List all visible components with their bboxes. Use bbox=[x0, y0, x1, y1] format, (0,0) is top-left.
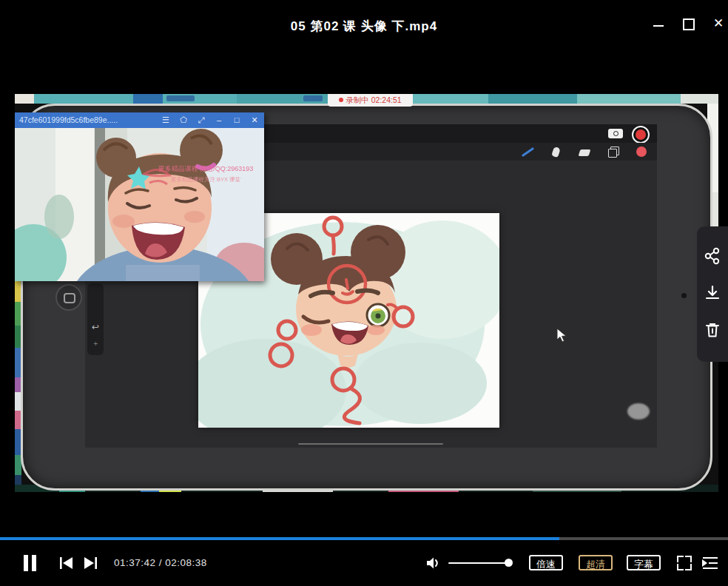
download-icon[interactable] bbox=[704, 284, 721, 302]
close-button[interactable]: ✕ bbox=[710, 16, 727, 31]
photo-watermark-line1: 更多精品课程 微信/QQ:2963193 bbox=[158, 165, 254, 172]
pause-button[interactable] bbox=[22, 555, 38, 571]
volume-handle[interactable] bbox=[505, 559, 513, 567]
minimize-button[interactable] bbox=[651, 16, 667, 31]
reference-window-title: 47cfe601999fd5c6fbe89e..... bbox=[19, 112, 118, 128]
ref-shape-icon[interactable]: ⬠ bbox=[175, 112, 192, 128]
stylus-cursor-blob bbox=[627, 403, 650, 420]
brush-tool-icon[interactable] bbox=[520, 146, 533, 158]
home-indicator bbox=[298, 443, 443, 445]
brush-size-slider[interactable]: ↩ ＋ bbox=[87, 283, 104, 355]
undo-icon[interactable]: ↩ bbox=[87, 322, 104, 332]
playlist-arrow-icon bbox=[701, 559, 708, 567]
maximize-button[interactable] bbox=[681, 16, 697, 31]
previous-button[interactable] bbox=[59, 556, 75, 570]
time-display: 01:37:42 / 02:08:38 bbox=[114, 557, 207, 568]
speed-button[interactable]: 倍速 bbox=[529, 555, 563, 570]
playlist-button[interactable] bbox=[701, 556, 718, 570]
trash-icon[interactable] bbox=[704, 321, 721, 339]
ref-maximize-icon[interactable]: □ bbox=[229, 112, 245, 128]
maximize-icon bbox=[683, 18, 695, 30]
mouse-cursor bbox=[556, 328, 567, 343]
photo-watermark-line2: 更多精品课程关注 BYX 课堂 bbox=[171, 176, 241, 183]
recording-dot-icon bbox=[339, 98, 343, 102]
tablet-home-button bbox=[55, 284, 82, 311]
recording-badge-label: 录制中 02:24:51 bbox=[346, 95, 401, 104]
desktop-blob bbox=[303, 95, 323, 101]
ref-menu-icon[interactable]: ☰ bbox=[158, 112, 174, 128]
ref-close-icon[interactable]: ✕ bbox=[246, 112, 263, 128]
eraser-tool-icon[interactable] bbox=[578, 146, 590, 158]
quality-button[interactable]: 超清 bbox=[579, 555, 613, 570]
video-player-window: 05 第02 课 头像 下.mp4 ✕ bbox=[0, 0, 728, 586]
smudge-tool-icon[interactable] bbox=[550, 146, 562, 158]
layers-icon[interactable] bbox=[607, 146, 620, 158]
reference-window-titlebar[interactable]: 47cfe601999fd5c6fbe89e..... ☰ ⬠ ⤢ – □ ✕ bbox=[15, 112, 264, 128]
color-swatch-icon[interactable] bbox=[636, 146, 648, 158]
seek-bar[interactable] bbox=[0, 537, 728, 540]
video-frame[interactable]: ↩ ＋ 录制中 02:24:51 47cfe601999fd5c6fbe89e.… bbox=[15, 94, 718, 492]
reference-photo-window[interactable]: 47cfe601999fd5c6fbe89e..... ☰ ⬠ ⤢ – □ ✕ bbox=[15, 112, 264, 281]
reference-photo: 更多精品课程 微信/QQ:2963193 更多精品课程关注 BYX 课堂 bbox=[15, 128, 264, 281]
share-icon[interactable] bbox=[704, 247, 721, 265]
fullscreen-button[interactable] bbox=[677, 556, 692, 570]
window-title: 05 第02 课 头像 下.mp4 bbox=[0, 18, 728, 35]
desktop-blob bbox=[166, 95, 195, 101]
recording-badge: 录制中 02:24:51 bbox=[328, 94, 413, 107]
camera-icon bbox=[608, 129, 623, 138]
plus-icon[interactable]: ＋ bbox=[87, 338, 104, 348]
child-photo-illustration: 更多精品课程 微信/QQ:2963193 更多精品课程关注 BYX 课堂 bbox=[15, 128, 264, 281]
minimize-icon bbox=[653, 25, 664, 27]
next-button[interactable] bbox=[81, 556, 98, 570]
seek-bar-played[interactable] bbox=[0, 537, 559, 540]
ref-expand-icon[interactable]: ⤢ bbox=[193, 112, 209, 128]
tablet-camera-dot bbox=[681, 293, 687, 298]
subtitles-button[interactable]: 字幕 bbox=[627, 555, 661, 570]
volume-slider[interactable] bbox=[448, 562, 509, 564]
record-button-icon bbox=[632, 126, 650, 144]
video-side-panel bbox=[697, 226, 728, 362]
volume-icon[interactable] bbox=[425, 556, 442, 570]
ref-minimize-icon[interactable]: – bbox=[211, 112, 227, 128]
